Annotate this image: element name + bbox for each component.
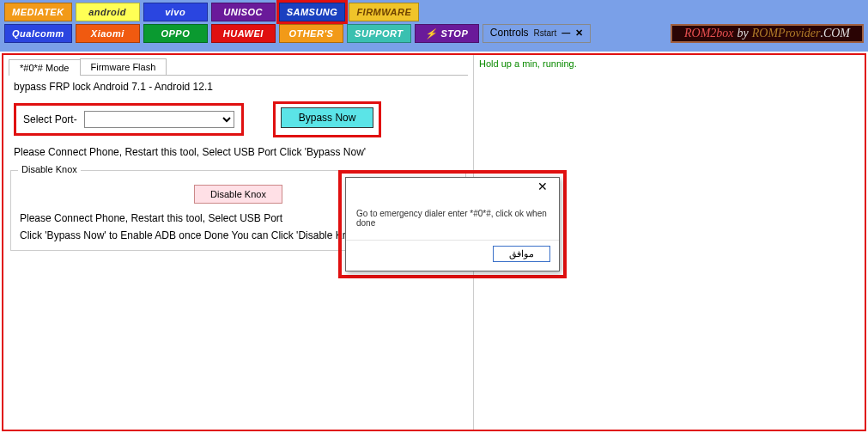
tab--0-mode[interactable]: *#0*# Mode (9, 59, 81, 76)
brand-btn-firmware[interactable]: FIRMWARE (349, 3, 419, 21)
brand-btn-vivo[interactable]: vivo (143, 3, 208, 21)
banner-brand: ROM2box (684, 27, 734, 40)
knox-group-title: Disable Knox (18, 164, 81, 174)
titlebar: MEDIATEKandroidvivoUNISOCSAMSUNGFIRMWARE… (0, 0, 868, 52)
brand-btn--stop[interactable]: ⚡ STOP (415, 24, 479, 43)
bypass-button-highlight: Bypass Now (273, 101, 382, 137)
port-area-highlight: Select Port- (14, 103, 244, 136)
brand-btn-android[interactable]: android (76, 3, 140, 21)
banner-provider: ROMProvider (752, 27, 821, 40)
disable-knox-button[interactable]: Disable Knox (194, 185, 282, 204)
brand-btn-support[interactable]: SUPPORT (347, 24, 411, 43)
brand-btn-mediatek[interactable]: MEDIATEK (4, 3, 72, 21)
bypass-now-button[interactable]: Bypass Now (281, 107, 374, 128)
controls-group: Controls Rstart (483, 24, 591, 43)
close-icon (537, 180, 548, 193)
dialog-ok-button[interactable]: موافق (493, 246, 550, 262)
brand-btn-qualcomm[interactable]: Qualcomm (4, 24, 72, 43)
frp-help-text: Please Connect Phone, Restart this tool,… (14, 146, 463, 158)
brand-row-1: MEDIATEKandroidvivoUNISOCSAMSUNGFIRMWARE (4, 3, 864, 21)
brand-btn-xiaomi[interactable]: Xiaomi (76, 24, 140, 43)
minimize-icon[interactable] (561, 28, 570, 38)
close-icon[interactable] (575, 27, 583, 39)
tab-firmware-flash[interactable]: Firmware Flash (80, 58, 167, 75)
banner-com: .COM (820, 27, 850, 40)
controls-legend: Controls (490, 27, 529, 39)
dialog-message: Go to emergency dialer enter *#0*#, clic… (346, 198, 559, 240)
brand-btn-huawei[interactable]: HUAWEI (211, 24, 276, 43)
dialog-footer: موافق (346, 240, 559, 271)
tab-strip: *#0*# ModeFirmware Flash (9, 58, 468, 76)
brand-btn-samsung[interactable]: SAMSUNG (279, 3, 346, 21)
frp-title: bypass FRP lock Android 7.1 - Android 12… (14, 81, 463, 93)
brand-btn-oppo[interactable]: OPPO (143, 24, 208, 43)
port-select[interactable] (84, 111, 234, 128)
banner-by: by (737, 27, 749, 40)
product-banner: ROM2box by ROMProvider .COM (671, 24, 864, 43)
dialog-close-button[interactable] (530, 180, 555, 197)
brand-btn-other-s[interactable]: OTHER'S (279, 24, 343, 43)
port-row: Select Port- Bypass Now (14, 101, 463, 137)
dialog-titlebar (346, 178, 559, 198)
log-status: Hold up a min, running. (479, 58, 859, 69)
port-label: Select Port- (23, 113, 77, 125)
restart-label[interactable]: Rstart (534, 28, 557, 38)
brand-btn-unisoc[interactable]: UNISOC (211, 3, 276, 21)
dialog-highlight: Go to emergency dialer enter *#0*#, clic… (338, 170, 567, 278)
brand-row-2: QualcommXiaomiOPPOHUAWEIOTHER'SSUPPORT⚡ … (4, 24, 864, 43)
message-dialog: Go to emergency dialer enter *#0*#, clic… (345, 177, 560, 271)
